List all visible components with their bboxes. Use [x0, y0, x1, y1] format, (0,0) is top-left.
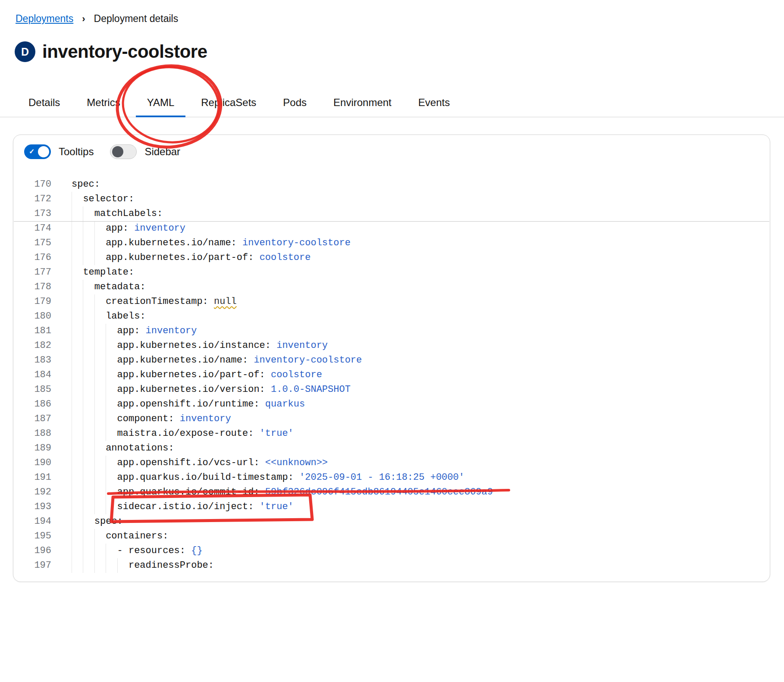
code-line: 183 app.kubernetes.io/name:inventory-coo…: [13, 353, 770, 368]
tabs: Details Metrics YAML ReplicaSets Pods En…: [0, 88, 784, 117]
tab-yaml[interactable]: YAML: [136, 88, 186, 117]
indent-guide: [94, 382, 106, 397]
tooltips-toggle[interactable]: ✓: [24, 144, 51, 159]
indent-guide: [72, 265, 83, 280]
indent-guide: [94, 426, 106, 441]
line-content: - resources:{}: [72, 544, 203, 558]
line-content: readinessProbe:: [72, 558, 214, 573]
toggle-group: ✓ Tooltips: [24, 144, 94, 159]
tab-replicasets[interactable]: ReplicaSets: [190, 88, 267, 117]
line-content: app.kubernetes.io/name:inventory-coolsto…: [72, 236, 351, 250]
yaml-value: inventory: [276, 338, 328, 353]
indent-guide: [106, 558, 117, 573]
sidebar-toggle[interactable]: ✓: [110, 144, 137, 159]
breadcrumb: Deployments › Deployment details: [16, 13, 178, 25]
indent-guide: [94, 353, 106, 368]
code-line: 186 app.openshift.io/runtime:quarkus: [13, 397, 770, 412]
line-number: 197: [13, 558, 51, 573]
indent-guide: [72, 382, 83, 397]
tab-metrics[interactable]: Metrics: [75, 88, 131, 117]
line-content: app.kubernetes.io/version:1.0.0-SNAPSHOT: [72, 382, 351, 397]
yaml-key: component:: [117, 412, 174, 426]
tab-pods[interactable]: Pods: [272, 88, 318, 117]
code-line: 176 app.kubernetes.io/part-of:coolstore: [13, 250, 770, 265]
yaml-value: <<unknown>>: [265, 456, 328, 470]
indent-guide: [83, 441, 94, 456]
indent-guide: [72, 456, 83, 470]
indent-guide: [83, 470, 94, 485]
yaml-value: coolstore: [260, 250, 311, 265]
indent-guide: [72, 412, 83, 426]
editor-toggles: ✓ Tooltips ✓ Sidebar: [24, 144, 180, 159]
toggle-group: ✓ Sidebar: [110, 144, 180, 159]
line-number: 190: [13, 456, 51, 470]
line-content: containers:: [72, 529, 168, 544]
code-line: 193 sidecar.istio.io/inject:'true': [13, 500, 770, 514]
indent-guide: [83, 294, 94, 309]
line-number: 194: [13, 514, 51, 529]
yaml-key: creationTimestamp:: [106, 294, 208, 309]
indent-guide: [106, 397, 117, 412]
indent-guide: [106, 456, 117, 470]
line-content: app.openshift.io/vcs-url:<<unknown>>: [72, 456, 328, 470]
code-line: 184 app.kubernetes.io/part-of:coolstore: [13, 368, 770, 382]
indent-guide: [117, 558, 129, 573]
yaml-value: {}: [191, 544, 202, 558]
yaml-value: inventory: [134, 221, 185, 236]
indent-guide: [72, 353, 83, 368]
sticky-scroll-divider: [14, 221, 769, 222]
yaml-key: selector:: [83, 192, 134, 206]
yaml-value: 1.0.0-SNAPSHOT: [271, 382, 351, 397]
indent-guide: [83, 456, 94, 470]
line-content: labels:: [72, 309, 146, 324]
line-number: 170: [13, 177, 51, 192]
line-number: 181: [13, 324, 51, 338]
line-number: 179: [13, 294, 51, 309]
line-number: 188: [13, 426, 51, 441]
indent-guide: [106, 382, 117, 397]
yaml-value: 'true': [260, 500, 294, 514]
indent-guide: [94, 324, 106, 338]
line-content: matchLabels:: [72, 206, 163, 221]
deployment-badge: D: [15, 41, 35, 62]
line-content: metadata:: [72, 280, 146, 294]
line-number: 178: [13, 280, 51, 294]
indent-guide: [83, 338, 94, 353]
indent-guide: [94, 338, 106, 353]
page-header: D inventory-coolstore: [15, 41, 207, 62]
indent-guide: [72, 236, 83, 250]
indent-guide: [106, 426, 117, 441]
line-number: 185: [13, 382, 51, 397]
yaml-key: matchLabels:: [94, 206, 163, 221]
tab-environment[interactable]: Environment: [322, 88, 403, 117]
tab-label: ReplicaSets: [201, 97, 256, 109]
indent-guide: [83, 280, 94, 294]
yaml-editor[interactable]: 170 spec: 172 selector: 173 matchLabels:…: [13, 177, 770, 573]
toggle-label: Sidebar: [144, 146, 180, 158]
yaml-key: app.openshift.io/vcs-url:: [117, 456, 260, 470]
line-number: 172: [13, 192, 51, 206]
breadcrumb-link-deployments[interactable]: Deployments: [16, 13, 73, 25]
indent-guide: [94, 309, 106, 324]
code-line: 190 app.openshift.io/vcs-url:<<unknown>>: [13, 456, 770, 470]
tab-events[interactable]: Events: [407, 88, 461, 117]
line-content: spec:: [72, 514, 123, 529]
toggle-knob: [112, 146, 123, 157]
yaml-value: inventory-coolstore: [242, 236, 351, 250]
indent-guide: [72, 221, 83, 236]
code-line: 195 containers:: [13, 529, 770, 544]
code-line: 188 maistra.io/expose-route:'true': [13, 426, 770, 441]
code-line: 181 app:inventory: [13, 324, 770, 338]
indent-guide: [94, 236, 106, 250]
code-line: 191 app.quarkus.io/build-timestamp:'2025…: [13, 470, 770, 485]
yaml-key: maistra.io/expose-route:: [117, 426, 254, 441]
yaml-value: inventory-coolstore: [254, 353, 362, 368]
tab-details[interactable]: Details: [17, 88, 71, 117]
indent-guide: [106, 412, 117, 426]
code-line: 174 app:inventory: [13, 221, 770, 236]
yaml-lines: 170 spec: 172 selector: 173 matchLabels:…: [13, 177, 770, 573]
yaml-key: app.kubernetes.io/name:: [106, 236, 237, 250]
line-number: 196: [13, 544, 51, 558]
yaml-key: app.kubernetes.io/instance:: [117, 338, 271, 353]
code-line: 192 app.quarkus.io/commit-id:59bf326dc09…: [13, 485, 770, 500]
